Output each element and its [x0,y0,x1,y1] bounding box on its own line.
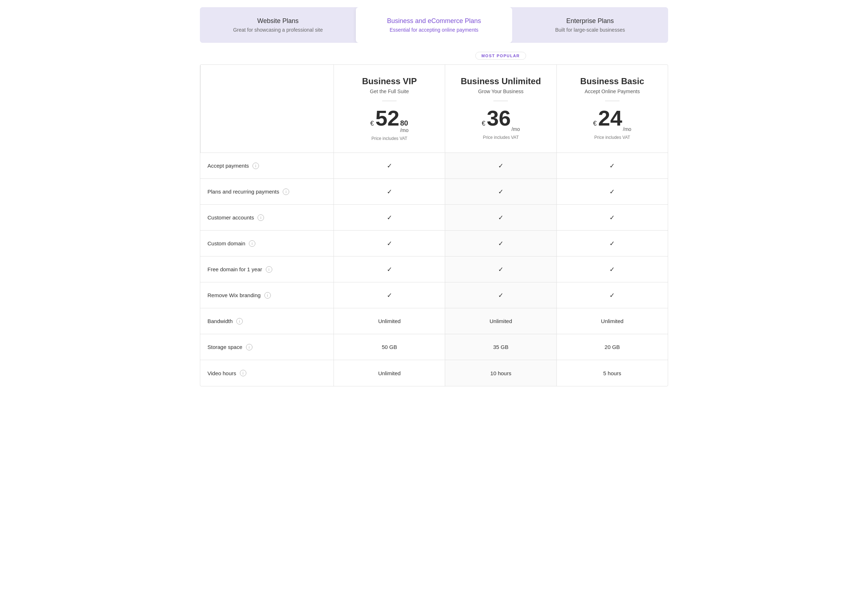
feature-row: Remove Wix brandingi✓✓✓ [200,282,668,308]
plan-header-vip: Business VIP Get the Full Suite € 52 80 … [334,65,445,153]
feature-value-1-0: ✓ [334,179,445,205]
tab-enterprise-subtitle: Built for large-scale businesses [520,27,661,33]
most-popular-badge: MOST POPULAR [475,52,526,60]
info-icon-2[interactable]: i [257,215,264,221]
feature-label-text-6: Bandwidth [207,318,233,324]
feature-label-text-2: Customer accounts [207,215,254,221]
checkmark-icon: ✓ [498,162,503,170]
feature-row: Customer accountsi✓✓✓ [200,205,668,231]
feature-value-1-1: ✓ [445,179,556,205]
feature-value-3-0: ✓ [334,231,445,256]
plan-tagline-vip: Get the Full Suite [341,88,438,94]
feature-label-text-0: Accept payments [207,163,249,169]
checkmark-icon: ✓ [498,188,503,196]
tab-website-title: Website Plans [207,17,348,25]
plan-name-basic: Business Basic [564,76,661,86]
checkmark-icon: ✓ [387,240,392,247]
checkmark-icon: ✓ [610,291,615,299]
price-divider-vip [382,101,397,101]
page-wrapper: Website Plans Great for showcasing a pro… [193,0,675,401]
plan-tagline-basic: Accept Online Payments [564,88,661,94]
info-icon-3[interactable]: i [249,240,255,247]
feature-value-3-1: ✓ [445,231,556,256]
checkmark-icon: ✓ [610,265,615,274]
tab-business-subtitle: Essential for accepting online payments [363,27,505,33]
price-main-unlimited: 36 [487,107,511,129]
price-cents-mo-vip: 80 /mo [400,119,409,133]
plan-header-basic: Business Basic Accept Online Payments € … [557,65,668,153]
price-vat-vip: Price includes VAT [341,136,438,141]
tab-website-subtitle: Great for showcasing a professional site [207,27,348,33]
price-cents-mo-unlimited: /mo [511,125,520,132]
checkmark-icon: ✓ [610,188,615,196]
feature-label-text-3: Custom domain [207,240,245,246]
checkmark-icon: ✓ [498,214,503,222]
checkmark-icon: ✓ [387,188,392,196]
feature-value-0-1: ✓ [445,153,556,178]
price-mo-basic: /mo [623,126,631,132]
currency-basic: € [593,120,597,127]
feature-value-7-0: 50 GB [334,334,445,360]
feature-value-6-2: Unlimited [557,308,668,334]
price-cents-mo-basic: /mo [623,125,631,132]
feature-label-cell-4: Free domain for 1 yeari [200,256,334,282]
feature-value-2-2: ✓ [557,205,668,230]
checkmark-icon: ✓ [387,265,392,274]
checkmark-icon: ✓ [498,240,503,247]
feature-row: Accept paymentsi✓✓✓ [200,153,668,179]
tab-business[interactable]: Business and eCommerce Plans Essential f… [356,7,512,43]
feature-row: Plans and recurring paymentsi✓✓✓ [200,179,668,205]
feature-label-cell-5: Remove Wix brandingi [200,282,334,308]
feature-row: Free domain for 1 yeari✓✓✓ [200,256,668,282]
tab-enterprise-title: Enterprise Plans [520,17,661,25]
pricing-table: MOST POPULAR Business VIP Get the Full S… [200,65,668,386]
price-main-basic: 24 [598,107,622,129]
plan-tagline-unlimited: Grow Your Business [452,88,549,94]
feature-row: Storage spacei50 GB35 GB20 GB [200,334,668,360]
price-row-unlimited: € 36 /mo [452,107,549,132]
tab-enterprise[interactable]: Enterprise Plans Built for large-scale b… [512,7,668,43]
feature-value-3-2: ✓ [557,231,668,256]
feature-label-cell-0: Accept paymentsi [200,153,334,178]
feature-label-text-4: Free domain for 1 year [207,266,262,272]
plan-tabs: Website Plans Great for showcasing a pro… [200,7,668,43]
info-icon-7[interactable]: i [246,344,252,350]
feature-row: Custom domaini✓✓✓ [200,231,668,256]
tab-website[interactable]: Website Plans Great for showcasing a pro… [200,7,356,43]
feature-value-7-2: 20 GB [557,334,668,360]
plan-header-unlimited: Business Unlimited Grow Your Business € … [445,65,556,153]
checkmark-icon: ✓ [387,214,392,222]
feature-label-cell-6: Bandwidthi [200,308,334,334]
feature-value-8-0: Unlimited [334,360,445,386]
feature-value-2-0: ✓ [334,205,445,230]
plan-name-vip: Business VIP [341,76,438,86]
info-icon-0[interactable]: i [252,163,259,169]
info-icon-4[interactable]: i [266,266,272,273]
feature-row: Video hoursiUnlimited10 hours5 hours [200,360,668,386]
price-cents-vip: 80 [400,119,408,127]
feature-label-cell-1: Plans and recurring paymentsi [200,179,334,205]
checkmark-icon: ✓ [498,265,503,274]
feature-value-4-2: ✓ [557,256,668,282]
currency-vip: € [370,120,374,127]
info-icon-5[interactable]: i [264,292,271,299]
checkmark-icon: ✓ [610,162,615,170]
feature-value-0-0: ✓ [334,153,445,178]
info-icon-6[interactable]: i [236,318,243,325]
feature-value-5-0: ✓ [334,282,445,308]
feature-value-6-1: Unlimited [445,308,556,334]
info-icon-1[interactable]: i [283,188,289,195]
feature-label-text-1: Plans and recurring payments [207,188,279,195]
price-vat-unlimited: Price includes VAT [452,135,549,140]
price-row-basic: € 24 /mo [564,107,661,132]
currency-unlimited: € [481,120,485,127]
info-icon-8[interactable]: i [240,370,247,376]
checkmark-icon: ✓ [610,240,615,247]
price-mo-vip: /mo [400,127,409,133]
feature-row: BandwidthiUnlimitedUnlimitedUnlimited [200,308,668,334]
price-vat-basic: Price includes VAT [564,135,661,140]
feature-label-cell-2: Customer accountsi [200,205,334,230]
feature-value-7-1: 35 GB [445,334,556,360]
feature-label-cell-3: Custom domaini [200,231,334,256]
feature-value-6-0: Unlimited [334,308,445,334]
